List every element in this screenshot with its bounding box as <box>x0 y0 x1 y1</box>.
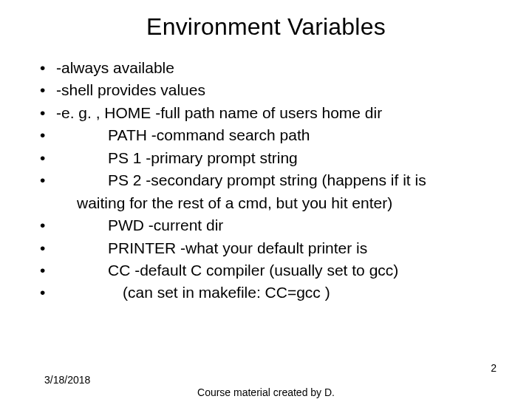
list-item: PWD -current dir <box>35 214 497 236</box>
bullet-text: PS 1 -primary prompt string <box>56 147 298 169</box>
footer-credit-line1: Course material created by D. <box>197 386 335 398</box>
list-item: PATH -command search path <box>35 124 497 146</box>
bullet-text: PS 2 -secondary prompt string (happens i… <box>56 169 426 191</box>
list-item: CC -default C compiler (usually set to g… <box>35 259 497 282</box>
footer-page-number: 2 <box>491 362 497 374</box>
page-title: Environment Variables <box>35 13 497 41</box>
bullet-text: -shell provides values <box>56 81 205 98</box>
list-item: -e. g. , HOME -full path name of users h… <box>35 102 497 124</box>
footer-credit: Course material created by D. Woit <box>0 386 532 399</box>
bullet-text-wrap: waiting for the rest of a cmd, but you h… <box>56 194 392 211</box>
slide: Environment Variables -always available … <box>0 0 532 399</box>
list-item: -always available <box>35 57 497 79</box>
bullet-text: PWD -current dir <box>56 214 223 236</box>
list-item: PS 2 -secondary prompt string (happens i… <box>35 169 497 214</box>
list-item: -shell provides values <box>35 79 497 101</box>
footer-date: 3/18/2018 <box>44 374 90 386</box>
bullet-list: -always available -shell provides values… <box>35 57 497 304</box>
bullet-text: (can set in makefile: CC=gcc ) <box>56 282 330 304</box>
list-item: PS 1 -primary prompt string <box>35 147 497 169</box>
bullet-text: -e. g. , HOME -full path name of users h… <box>56 104 382 121</box>
bullet-text: PRINTER -what your default printer is <box>56 237 367 259</box>
bullet-text: CC -default C compiler (usually set to g… <box>56 259 398 282</box>
list-item: PRINTER -what your default printer is <box>35 237 497 259</box>
bullet-text: -always available <box>56 59 174 76</box>
list-item: (can set in makefile: CC=gcc ) <box>35 282 497 304</box>
bullet-text: PATH -command search path <box>56 124 310 146</box>
